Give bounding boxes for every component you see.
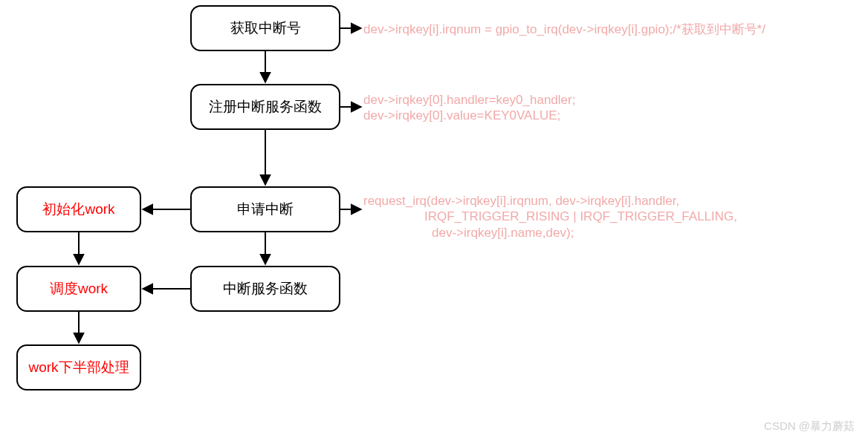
node-register-handler: 注册中断服务函数 [190, 84, 340, 130]
annot-3-line1: request_irq(dev->irqkey[i].irqnum, dev->… [363, 193, 737, 209]
node-isr: 中断服务函数 [190, 266, 340, 312]
node-init-work: 初始化work [16, 186, 141, 232]
annot-2-line1: dev->irqkey[0].handler=key0_handler; [363, 92, 575, 108]
node-work-bh: work下半部处理 [16, 344, 141, 390]
annot-3-line3: dev->irqkey[i].name,dev); [363, 225, 737, 241]
node-schedule-work: 调度work [16, 266, 141, 312]
annot-3-line2: IRQF_TRIGGER_RISING | IRQF_TRIGGER_FALLI… [363, 209, 737, 224]
annot-1: dev->irqkey[i].irqnum = gpio_to_irq(dev-… [363, 22, 765, 37]
watermark: CSDN @暴力蘑菇 [764, 419, 855, 434]
node-get-irq: 获取中断号 [190, 5, 340, 51]
annot-2: dev->irqkey[0].handler=key0_handler; dev… [363, 92, 575, 124]
node-request-irq: 申请中断 [190, 186, 340, 232]
annot-3: request_irq(dev->irqkey[i].irqnum, dev->… [363, 193, 737, 241]
annot-2-line2: dev->irqkey[0].value=KEY0VALUE; [363, 108, 575, 123]
